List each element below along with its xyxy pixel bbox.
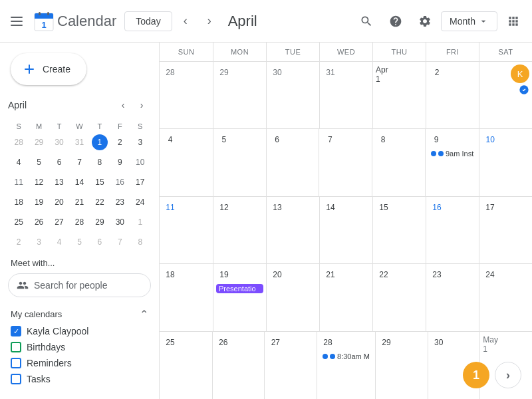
- day-number[interactable]: 5: [216, 132, 232, 148]
- mini-day-number[interactable]: 17: [132, 174, 148, 190]
- search-people-field[interactable]: Search for people: [8, 273, 151, 297]
- mini-day-number[interactable]: 30: [112, 214, 128, 230]
- mini-day-number[interactable]: 22: [92, 194, 108, 210]
- day-number[interactable]: 31: [323, 65, 338, 80]
- day-number[interactable]: 21: [323, 267, 338, 283]
- mini-day-number[interactable]: 25: [11, 214, 27, 230]
- mini-day-number[interactable]: 29: [31, 134, 47, 150]
- mini-day-number[interactable]: 1: [92, 134, 108, 150]
- mini-day-number[interactable]: 6: [51, 154, 67, 170]
- day-number[interactable]: 2: [429, 65, 445, 80]
- mini-next-button[interactable]: ›: [132, 96, 151, 114]
- mini-day-number[interactable]: 20: [51, 194, 67, 210]
- day-number[interactable]: 14: [323, 200, 338, 215]
- mini-day-number[interactable]: 6: [92, 234, 108, 250]
- day-number[interactable]: 7: [322, 132, 338, 148]
- search-button[interactable]: [353, 8, 380, 35]
- day-number[interactable]: 18: [162, 267, 178, 283]
- mini-day-number[interactable]: 15: [92, 174, 108, 190]
- today-button[interactable]: Today: [124, 11, 172, 31]
- mini-day-number[interactable]: 11: [11, 174, 27, 190]
- mini-day-number[interactable]: 16: [112, 174, 128, 190]
- calendar-cell[interactable]: 31: [319, 62, 372, 128]
- day-number[interactable]: 20: [269, 267, 285, 283]
- mini-day-number[interactable]: 9: [112, 154, 128, 170]
- calendar-cell[interactable]: 2: [426, 62, 479, 128]
- calendar-cell[interactable]: 5: [213, 129, 266, 196]
- calendar-cell[interactable]: 29: [213, 62, 266, 128]
- mini-day-number[interactable]: 2: [11, 234, 27, 250]
- mini-day-number[interactable]: 3: [31, 234, 47, 250]
- mini-day-number[interactable]: 4: [51, 234, 67, 250]
- day-number[interactable]: 28: [320, 334, 336, 350]
- mini-day-number[interactable]: 27: [51, 214, 67, 230]
- day-number[interactable]: 30: [431, 334, 447, 350]
- day-number[interactable]: 13: [269, 200, 285, 215]
- mini-day-number[interactable]: 26: [31, 214, 47, 230]
- apps-button[interactable]: [500, 8, 527, 35]
- day-number[interactable]: 29: [216, 65, 232, 80]
- calendar-cell[interactable]: 25: [160, 332, 212, 399]
- calendar-cell[interactable]: 30: [266, 62, 319, 128]
- menu-button[interactable]: [5, 11, 28, 31]
- day-number[interactable]: 23: [429, 267, 445, 283]
- calendar-cell[interactable]: 4: [160, 129, 213, 196]
- day-number[interactable]: 24: [482, 267, 498, 283]
- mini-day-number[interactable]: 30: [51, 134, 67, 150]
- mini-day-number[interactable]: 28: [11, 134, 27, 150]
- day-number[interactable]: Apr 1: [376, 66, 392, 82]
- mini-day-number[interactable]: 7: [71, 154, 87, 170]
- calendar-item[interactable]: Reminders: [0, 355, 159, 371]
- calendar-cell[interactable]: 288:30am M: [317, 332, 375, 399]
- mini-day-number[interactable]: 29: [92, 214, 108, 230]
- view-selector[interactable]: Month: [441, 11, 497, 31]
- day-number[interactable]: 22: [376, 267, 392, 283]
- day-number[interactable]: May 1: [483, 336, 499, 352]
- mini-day-number[interactable]: 12: [31, 174, 47, 190]
- mini-day-number[interactable]: 19: [31, 194, 47, 210]
- calendar-cell[interactable]: 99am Inst: [425, 129, 479, 196]
- calendar-cell[interactable]: 20: [266, 264, 319, 331]
- mini-day-number[interactable]: 28: [71, 214, 87, 230]
- mini-day-number[interactable]: 18: [11, 194, 27, 210]
- event-item[interactable]: Presentatio: [216, 284, 263, 293]
- event-item[interactable]: 8:30am M: [320, 352, 372, 361]
- day-number[interactable]: 15: [376, 200, 392, 215]
- calendar-cell[interactable]: K: [479, 62, 532, 128]
- day-number[interactable]: 25: [162, 334, 178, 350]
- day-number[interactable]: 27: [267, 334, 283, 350]
- add-other-calendar-button[interactable]: +: [108, 395, 127, 399]
- day-number[interactable]: 30: [269, 65, 285, 80]
- day-number[interactable]: 4: [162, 132, 178, 148]
- day-number[interactable]: 19: [216, 267, 232, 283]
- calendar-cell[interactable]: 21: [319, 264, 372, 331]
- mini-day-number[interactable]: 5: [31, 154, 47, 170]
- calendar-cell[interactable]: 17: [479, 197, 532, 263]
- day-number[interactable]: 8: [375, 132, 391, 148]
- mini-day-number[interactable]: 24: [132, 194, 148, 210]
- calendar-cell[interactable]: 11: [160, 197, 213, 263]
- mini-day-number[interactable]: 3: [132, 134, 148, 150]
- calendar-cell[interactable]: 29: [375, 332, 428, 399]
- prev-button[interactable]: ‹: [175, 11, 196, 32]
- calendar-item[interactable]: Birthdays: [0, 339, 159, 355]
- calendar-cell[interactable]: 18: [160, 264, 213, 331]
- calendar-cell[interactable]: 6: [266, 129, 319, 196]
- calendar-cell[interactable]: 23: [426, 264, 479, 331]
- next-button[interactable]: ›: [199, 11, 220, 32]
- mini-day-number[interactable]: 8: [92, 154, 108, 170]
- create-button[interactable]: Create: [11, 53, 86, 85]
- fab-next-button[interactable]: ›: [495, 362, 521, 388]
- settings-button[interactable]: [412, 8, 438, 35]
- calendar-cell[interactable]: 28: [160, 62, 213, 128]
- event-item[interactable]: 9am Inst: [428, 149, 476, 158]
- calendar-cell[interactable]: 26: [212, 332, 265, 399]
- day-number[interactable]: 10: [482, 132, 498, 148]
- day-number[interactable]: 26: [215, 334, 231, 350]
- day-number[interactable]: 11: [162, 200, 178, 215]
- day-number[interactable]: 9: [428, 132, 444, 148]
- calendar-cell[interactable]: 16: [426, 197, 479, 263]
- mini-day-number[interactable]: 4: [11, 154, 27, 170]
- mini-day-number[interactable]: 1: [132, 214, 148, 230]
- calendar-item[interactable]: Kayla Claypool: [0, 323, 159, 339]
